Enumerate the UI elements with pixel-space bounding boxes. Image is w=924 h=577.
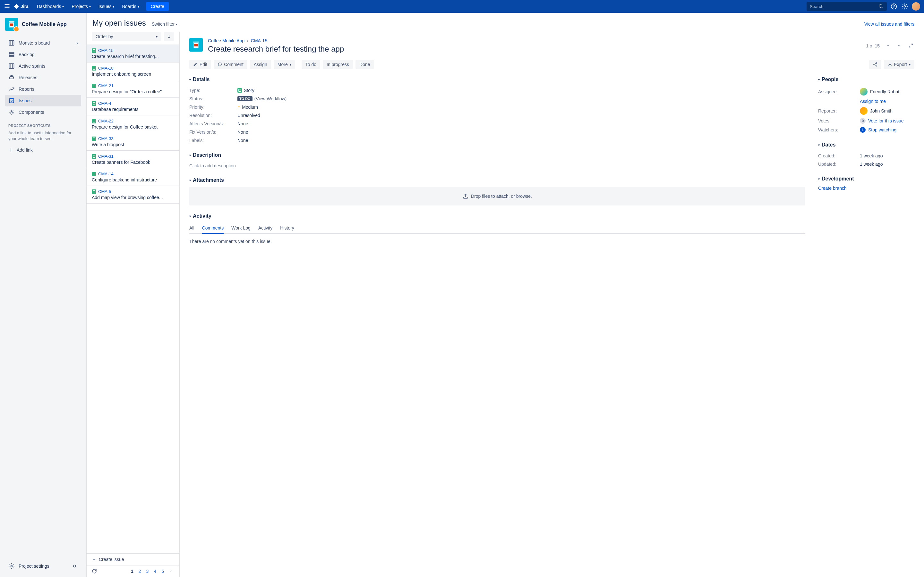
page-number[interactable]: 5 xyxy=(160,568,165,574)
more-button[interactable]: More▾ xyxy=(274,60,295,69)
nav-projects[interactable]: Projects▾ xyxy=(68,2,94,11)
resolution-label: Resolution: xyxy=(189,113,237,118)
issue-list-item[interactable]: CMA-21 Prepare design for "Order a coffe… xyxy=(87,80,179,98)
refresh-icon[interactable] xyxy=(92,569,97,574)
add-link-button[interactable]: Add link xyxy=(5,145,81,155)
issue-list-item[interactable]: CMA-4 Database requirements xyxy=(87,98,179,115)
svg-rect-9 xyxy=(10,23,13,26)
story-icon xyxy=(92,119,96,123)
board-selector[interactable]: Monsters board ▾ xyxy=(5,37,81,49)
app-switcher-icon[interactable] xyxy=(4,3,10,10)
description-heading[interactable]: Description xyxy=(189,152,805,158)
prev-issue-button[interactable] xyxy=(884,42,891,50)
watch-link[interactable]: Stop watching xyxy=(868,127,897,132)
activity-heading[interactable]: Activity xyxy=(189,213,805,219)
sidebar-item-issues[interactable]: Issues xyxy=(5,95,81,106)
nav-boards[interactable]: Boards▾ xyxy=(119,2,142,11)
people-heading[interactable]: People xyxy=(818,77,914,82)
issue-list-item[interactable]: CMA-33 Write a blogpost xyxy=(87,133,179,151)
attachments-heading[interactable]: Attachments xyxy=(189,177,805,183)
arrow-down-icon xyxy=(167,34,171,39)
story-icon xyxy=(92,48,96,53)
issue-list-item[interactable]: CMA-18 Implement onboarding screen xyxy=(87,63,179,80)
status-todo-button[interactable]: To do xyxy=(302,60,320,69)
issue-toolbar: Edit Comment Assign More▾ To do In progr… xyxy=(189,60,914,69)
status-done-button[interactable]: Done xyxy=(355,60,374,69)
sidebar-item-reports[interactable]: Reports xyxy=(5,83,81,95)
plus-icon xyxy=(8,147,13,153)
attachments-dropzone[interactable]: Drop files to attach, or browse. xyxy=(189,187,805,205)
svg-rect-14 xyxy=(9,52,14,53)
description-placeholder[interactable]: Click to add description xyxy=(189,162,805,169)
search-box[interactable] xyxy=(806,2,887,11)
issue-list-item[interactable]: CMA-5 Add map view for browsing coffee..… xyxy=(87,186,179,203)
reporter-avatar xyxy=(860,107,867,115)
assign-to-me-link[interactable]: Assign to me xyxy=(860,99,886,104)
issue-list-item[interactable]: CMA-14 Configure backend infrastructure xyxy=(87,168,179,186)
nav-dashboards[interactable]: Dashboards▾ xyxy=(34,2,67,11)
fix-label: Fix Version/s: xyxy=(189,129,237,135)
svg-line-4 xyxy=(882,7,883,8)
page-number[interactable]: 2 xyxy=(137,568,142,574)
activity-tab[interactable]: Work Log xyxy=(231,223,250,234)
development-heading[interactable]: Development xyxy=(818,176,914,182)
dates-heading[interactable]: Dates xyxy=(818,142,914,148)
status-label: Status: xyxy=(189,96,237,101)
assign-button[interactable]: Assign xyxy=(250,60,271,69)
expand-icon[interactable] xyxy=(907,42,914,50)
jira-logo[interactable]: Jira xyxy=(13,3,29,9)
search-input[interactable] xyxy=(810,4,874,9)
issue-list-item[interactable]: CMA-31 Create banners for Facebook xyxy=(87,151,179,168)
breadcrumb-key[interactable]: CMA-15 xyxy=(251,38,267,43)
issue-list-item[interactable]: CMA-22 Prepare design for Coffee basket xyxy=(87,115,179,133)
activity-tab[interactable]: All xyxy=(189,223,194,234)
edit-button[interactable]: Edit xyxy=(189,60,211,69)
sort-direction-button[interactable] xyxy=(164,32,174,41)
export-button[interactable]: Export▾ xyxy=(884,60,914,69)
issue-list-item[interactable]: CMA-15 Create research brief for testing… xyxy=(87,45,179,63)
sidebar-item-releases[interactable]: Releases xyxy=(5,72,81,83)
issue-summary: Create research brief for testing... xyxy=(92,54,174,59)
page-number[interactable]: 1 xyxy=(129,568,135,574)
help-icon[interactable] xyxy=(890,3,898,10)
details-heading[interactable]: Details xyxy=(189,77,805,82)
page-number[interactable]: 3 xyxy=(145,568,150,574)
assignee-avatar xyxy=(860,88,867,95)
vote-link[interactable]: Vote for this issue xyxy=(868,118,904,123)
switch-filter[interactable]: Switch filter▾ xyxy=(152,21,178,27)
project-settings[interactable]: Project settings xyxy=(5,560,81,572)
board-icon xyxy=(8,40,15,46)
user-avatar[interactable] xyxy=(912,2,920,11)
collapse-icon[interactable] xyxy=(71,563,78,569)
nav-items: Dashboards▾ Projects▾ Issues▾ Boards▾ Cr… xyxy=(34,2,169,11)
activity-tab[interactable]: History xyxy=(280,223,294,234)
view-all-link[interactable]: View all issues and filters xyxy=(864,21,914,27)
issue-list-panel: Order by▾ CMA-15 Create research brief f… xyxy=(87,32,180,577)
status-inprogress-button[interactable]: In progress xyxy=(323,60,353,69)
issue-summary: Write a blogpost xyxy=(92,142,174,147)
activity-section: Activity AllCommentsWork LogActivityHist… xyxy=(189,213,805,244)
create-button[interactable]: Create xyxy=(146,2,169,11)
activity-tab[interactable]: Comments xyxy=(202,223,224,234)
updated-value: 1 week ago xyxy=(860,161,914,167)
create-issue-button[interactable]: Create issue xyxy=(87,554,179,566)
view-workflow-link[interactable]: (View Workflow) xyxy=(254,96,287,101)
sidebar-item-backlog[interactable]: Backlog xyxy=(5,49,81,60)
next-issue-button[interactable] xyxy=(896,42,903,50)
sidebar-item-components[interactable]: Components xyxy=(5,106,81,118)
svg-rect-0 xyxy=(5,4,10,5)
activity-tab[interactable]: Activity xyxy=(258,223,272,234)
nav-issues[interactable]: Issues▾ xyxy=(95,2,118,11)
order-by-dropdown[interactable]: Order by▾ xyxy=(92,32,162,41)
page-number[interactable]: 4 xyxy=(152,568,158,574)
settings-icon[interactable] xyxy=(901,3,909,10)
sidebar-item-active-sprints[interactable]: Active sprints xyxy=(5,60,81,72)
create-branch-link[interactable]: Create branch xyxy=(818,185,914,191)
share-button[interactable] xyxy=(869,60,881,69)
comment-button[interactable]: Comment xyxy=(214,60,247,69)
next-page-button[interactable] xyxy=(168,568,174,574)
issue-key: CMA-14 xyxy=(98,171,113,176)
breadcrumb-project[interactable]: Coffee Mobile App xyxy=(208,38,244,43)
search-icon xyxy=(879,4,884,9)
settings-label: Project settings xyxy=(19,564,49,569)
